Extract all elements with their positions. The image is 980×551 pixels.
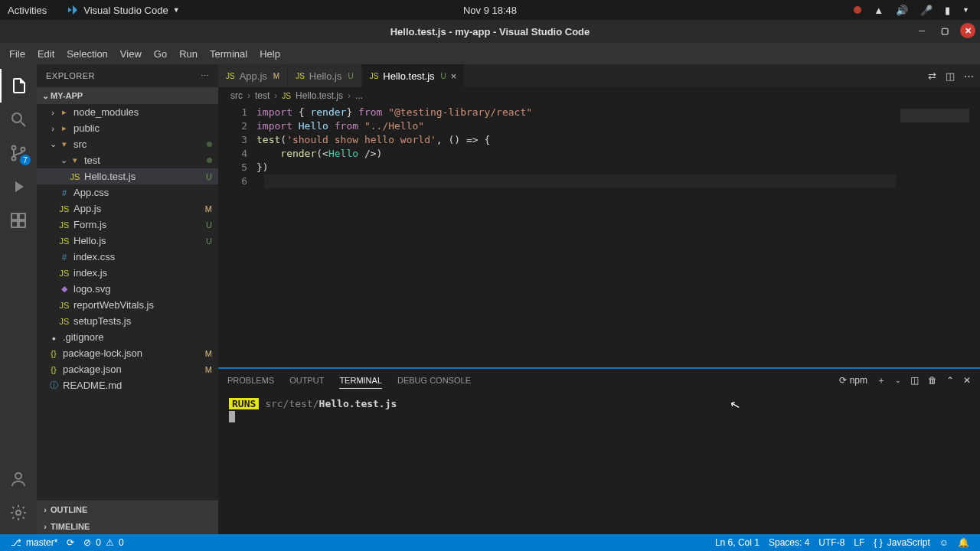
tree-file-readme[interactable]: ⓘREADME.md [37,377,218,393]
activity-extensions[interactable] [0,204,37,237]
panel-tabs: PROBLEMS OUTPUT TERMINAL DEBUG CONSOLE ⟳… [218,369,980,392]
status-notifications[interactable]: 🔔 [953,537,974,548]
minimap[interactable] [896,104,980,367]
panel-tab-problems[interactable]: PROBLEMS [227,373,274,388]
clock[interactable]: Nov 9 18:48 [463,5,517,16]
tree-file-gitignore[interactable]: ⬥.gitignore [37,329,218,345]
tree-file-logo-svg[interactable]: ◆logo.svg [37,281,218,297]
tab-app-js[interactable]: JSApp.jsM [218,64,288,87]
tree-file-form-js[interactable]: JSForm.jsU [37,217,218,233]
activity-explorer[interactable] [0,69,37,103]
menu-run[interactable]: Run [173,48,204,60]
system-menu-chevron-icon[interactable]: ▼ [962,6,969,14]
window-minimize-button[interactable]: ─ [914,23,929,38]
menu-selection[interactable]: Selection [60,48,113,60]
activity-search[interactable] [0,103,37,136]
activity-accounts[interactable] [0,462,37,496]
tree-file-index-css[interactable]: #index.css [37,249,218,265]
record-indicator-icon[interactable] [854,6,861,14]
tree-folder-src[interactable]: ⌄▾src [37,136,218,152]
terminal[interactable]: RUNS src/test/Hello.test.js [218,392,980,534]
mic-icon[interactable]: 🎤 [920,5,933,16]
new-terminal-icon[interactable]: ＋ [877,374,886,387]
status-encoding[interactable]: UTF-8 [814,537,849,548]
git-modified-dot-icon [207,142,212,147]
svg-point-0 [12,113,21,122]
terminal-dropdown-icon[interactable]: ⌄ [895,377,901,384]
menu-edit[interactable]: Edit [31,48,60,60]
svg-point-2 [12,146,16,150]
status-cursor-position[interactable]: Ln 6, Col 1 [710,537,764,548]
tab-hello-test-js[interactable]: JSHello.test.jsU× [362,64,466,87]
sidebar-more-icon[interactable]: ⋯ [201,71,210,81]
kill-terminal-icon[interactable]: 🗑 [928,375,937,386]
panel-tab-terminal[interactable]: TERMINAL [339,373,382,389]
activity-settings[interactable] [0,496,37,530]
status-feedback[interactable]: ☺ [935,537,953,548]
tree-folder-node-modules[interactable]: ›▸node_modules [37,104,218,120]
menu-file[interactable]: File [3,48,31,60]
sync-icon: ⟳ [67,537,74,548]
compare-changes-icon[interactable]: ⇄ [928,70,936,82]
window-maximize-button[interactable]: ▢ [937,23,952,38]
menu-help[interactable]: Help [253,48,286,60]
close-panel-icon[interactable]: ✕ [963,375,971,386]
tree-file-hello-js[interactable]: JSHello.jsU [37,233,218,249]
account-icon [9,470,28,488]
wifi-icon[interactable]: ▲ [874,5,884,16]
tree-file-package-lock[interactable]: {}package-lock.jsonM [37,345,218,361]
window-close-button[interactable]: ✕ [960,23,975,38]
status-branch[interactable]: ⎇master* [6,537,62,548]
extensions-icon [9,211,28,230]
tree-file-setup[interactable]: JSsetupTests.js [37,313,218,329]
maximize-panel-icon[interactable]: ⌃ [946,375,954,386]
breadcrumb[interactable]: src› test› JSHello.test.js› ... [218,87,980,104]
tree-file-index-js[interactable]: JSindex.js [37,265,218,281]
svg-rect-8 [19,214,25,220]
panel-tab-output[interactable]: OUTPUT [289,373,324,388]
menu-terminal[interactable]: Terminal [204,48,253,60]
panel-tab-debug-console[interactable]: DEBUG CONSOLE [397,373,471,388]
status-indentation[interactable]: Spaces: 4 [764,537,814,548]
activity-source-control[interactable]: 7 [0,136,37,170]
timeline-header[interactable]: › TIMELINE [37,517,218,534]
tree-file-app-css[interactable]: #App.css [37,184,218,201]
tree-file-app-js[interactable]: JSApp.jsM [37,201,218,217]
battery-icon[interactable]: ▮ [945,5,950,16]
active-app-menu[interactable]: Visual Studio Code ▼ [67,4,179,16]
terminal-shell-selector[interactable]: ⟳ npm [839,375,867,386]
git-status: M [205,204,212,214]
git-status: M [205,365,212,374]
more-actions-icon[interactable]: ⋯ [964,70,974,82]
tree-file-package[interactable]: {}package.jsonM [37,361,218,377]
split-editor-icon[interactable]: ◫ [946,70,955,82]
window-title: Hello.test.js - my-app - Visual Studio C… [390,26,590,37]
activities-button[interactable]: Activities [8,5,47,16]
git-status: U [206,220,212,230]
folder-header[interactable]: ⌄ MY-APP [37,87,218,104]
sidebar: EXPLORER ⋯ ⌄ MY-APP ›▸node_modules ›▸pub… [37,64,218,534]
status-sync[interactable]: ⟳ [62,537,79,548]
activity-run-debug[interactable] [0,170,37,204]
tree-file-report[interactable]: JSreportWebVitals.js [37,297,218,313]
tree-file-hello-test[interactable]: JSHello.test.jsU [37,168,218,184]
status-language[interactable]: { } JavaScript [869,537,934,548]
warning-icon: ⚠ [106,537,114,548]
volume-icon[interactable]: 🔊 [896,5,908,16]
git-status: U [206,172,212,181]
terminal-cursor [229,411,235,422]
outline-header[interactable]: › OUTLINE [37,500,218,517]
status-eol[interactable]: LF [849,537,869,548]
chevron-right-icon: › [40,505,51,514]
status-problems[interactable]: ⊘0⚠0 [79,537,128,548]
code-content[interactable]: import { render} from "@testing-library/… [256,104,896,367]
tab-hello-js[interactable]: JSHello.jsU [288,64,362,87]
tree-folder-public[interactable]: ›▸public [37,120,218,136]
sidebar-title: EXPLORER [46,71,95,80]
tree-folder-test[interactable]: ⌄▾test [37,152,218,168]
code-editor[interactable]: 1 2 3 4 5 6 import { render} from "@test… [218,104,980,367]
split-terminal-icon[interactable]: ◫ [910,375,919,386]
tab-close-icon[interactable]: × [451,70,457,82]
menu-view[interactable]: View [114,48,148,60]
menu-go[interactable]: Go [148,48,173,60]
